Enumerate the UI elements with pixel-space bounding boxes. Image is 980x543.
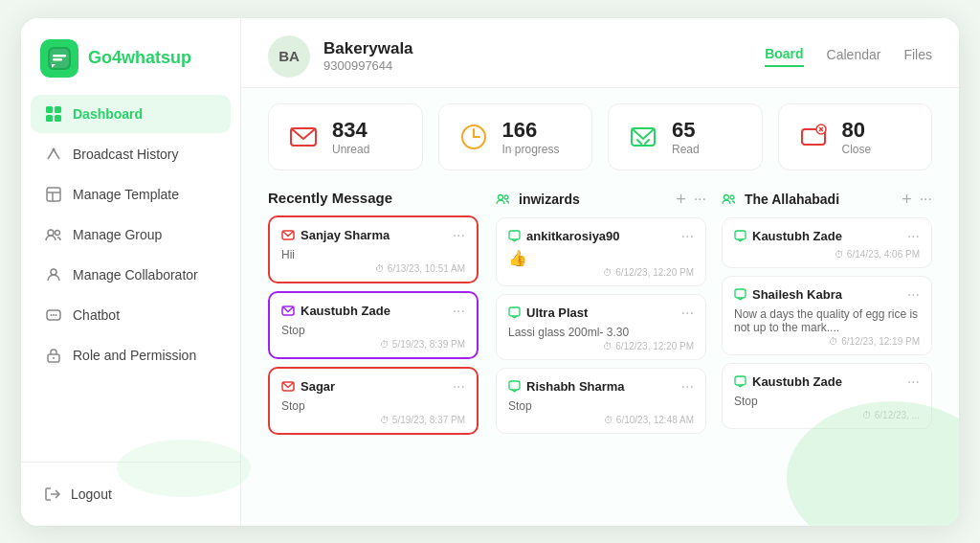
svg-point-40 — [730, 195, 734, 199]
group-col-icon — [496, 192, 511, 207]
group-icon — [44, 225, 63, 244]
svg-point-10 — [53, 147, 56, 150]
board-card-ankit[interactable]: ankitkarosiya90 ··· 👍 ⏱ 6/12/23, 12:20 P… — [496, 217, 706, 286]
svg-point-39 — [724, 195, 729, 200]
msg-name: Sanjay Sharma — [281, 228, 390, 242]
board-card-name: Ultra Plast — [508, 305, 588, 320]
stat-read-value: 65 — [672, 118, 700, 143]
add-card-button2[interactable]: + — [902, 190, 912, 210]
svg-rect-11 — [47, 188, 60, 201]
msg-time: ⏱ 5/19/23, 8:39 PM — [281, 339, 465, 350]
sidebar-item-role[interactable]: Role and Permission — [31, 336, 231, 374]
board-card-name: Rishabh Sharma — [508, 379, 625, 394]
tab-board[interactable]: Board — [765, 46, 803, 67]
chat-icon — [734, 375, 746, 388]
card-options-button[interactable]: ··· — [907, 286, 920, 304]
svg-point-35 — [504, 195, 508, 199]
msg-card-sagar[interactable]: Sagar ··· Stop ⏱ 5/19/23, 8:37 PM — [268, 367, 479, 435]
board-card-ultraplast[interactable]: Ultra Plast ··· Lassi glass 200ml- 3.30 … — [496, 294, 706, 360]
svg-point-14 — [48, 230, 54, 236]
stat-unread-label: Unread — [332, 143, 369, 156]
card-options-button[interactable]: ··· — [907, 373, 920, 391]
sidebar-item-broadcast[interactable]: Broadcast History — [31, 135, 231, 173]
board-col-title: inwizards — [496, 192, 580, 207]
sidebar-item-label: Chatbot — [73, 307, 120, 323]
stats-row: 834 Unread 166 In progress — [241, 88, 959, 180]
board-card-rishabh[interactable]: Rishabh Sharma ··· Stop ⏱ 6/10/23, 12:48… — [496, 368, 706, 434]
board-col-header: The Allahabadi + ··· — [722, 190, 932, 210]
add-card-button[interactable]: + — [676, 190, 686, 210]
msg-preview: Hii — [281, 248, 465, 261]
more-options-button2[interactable]: ··· — [920, 191, 932, 208]
stat-unread-value: 834 — [332, 118, 369, 143]
clock-icon — [458, 122, 489, 152]
card-options-button[interactable]: ··· — [681, 378, 694, 396]
board-card-time: ⏱ 6/12/23, 12:20 PM — [508, 267, 694, 278]
msg-card-header: Kaustubh Zade ··· — [281, 303, 465, 320]
recent-col: Recently Message Sanjay Sharma ··· Hii ⏱… — [268, 190, 479, 512]
svg-point-15 — [56, 230, 60, 235]
svg-point-16 — [51, 269, 56, 275]
svg-rect-42 — [735, 289, 746, 298]
board-card-preview: Now a days the quality of egg rice is no… — [734, 307, 920, 334]
svg-rect-6 — [46, 106, 53, 113]
msg-card-sanjay[interactable]: Sanjay Sharma ··· Hii ⏱ 6/13/23, 10:51 A… — [268, 215, 479, 283]
msg-name: Sagar — [281, 379, 335, 394]
board-card-header: Shailesh Kabra ··· — [734, 286, 920, 304]
svg-rect-38 — [509, 381, 520, 390]
email-icon — [288, 122, 319, 152]
msg-name: Kaustubh Zade — [281, 304, 390, 318]
main-header: BA Bakerywala 9300997644 Board Calendar … — [241, 18, 959, 88]
stat-inprogress-label: In progress — [502, 143, 560, 156]
msg-card-kaustubh[interactable]: Kaustubh Zade ··· Stop ⏱ 5/19/23, 8:39 P… — [268, 291, 479, 359]
user-info: BA Bakerywala 9300997644 — [268, 35, 413, 78]
msg-options-button[interactable]: ··· — [453, 303, 465, 320]
stat-unread-info: 834 Unread — [332, 118, 369, 156]
logout-icon — [44, 486, 61, 503]
board-card-emoji: 👍 — [508, 249, 694, 267]
board-card-header: Ultra Plast ··· — [508, 305, 694, 322]
card-options-button[interactable]: ··· — [681, 305, 694, 322]
board-card-kaustubh2[interactable]: Kaustubh Zade ··· ⏱ 6/14/23, 4:06 PM — [722, 217, 932, 268]
sidebar-item-collaborator[interactable]: Manage Collaborator — [31, 256, 231, 294]
msg-icon — [281, 380, 295, 394]
tab-calendar[interactable]: Calendar — [827, 47, 881, 66]
close-stat-icon — [798, 122, 829, 152]
msg-options-button[interactable]: ··· — [453, 378, 465, 396]
sidebar-item-dashboard[interactable]: Dashboard — [31, 95, 231, 133]
svg-rect-41 — [735, 231, 746, 239]
sidebar-item-group[interactable]: Manage Group — [31, 215, 231, 254]
svg-point-34 — [499, 195, 503, 200]
card-options-button[interactable]: ··· — [907, 228, 920, 245]
stat-read-info: 65 Read — [672, 118, 700, 156]
board-card-shailesh[interactable]: Shailesh Kabra ··· Now a days the qualit… — [722, 276, 932, 355]
stat-read: 65 Read — [608, 103, 763, 170]
logo-text: Go4whatsup — [88, 48, 191, 68]
card-options-button[interactable]: ··· — [681, 228, 694, 245]
tab-files[interactable]: Files — [903, 47, 932, 66]
logo-icon — [40, 39, 78, 78]
svg-rect-36 — [509, 231, 520, 239]
sidebar-item-label: Broadcast History — [73, 147, 178, 162]
msg-icon — [281, 229, 295, 242]
svg-rect-8 — [46, 115, 53, 122]
sidebar-item-chatbot[interactable]: Chatbot — [31, 296, 231, 334]
svg-point-19 — [53, 314, 55, 316]
msg-preview: Stop — [281, 324, 465, 337]
sidebar-item-label: Dashboard — [73, 106, 143, 122]
collaborator-icon — [44, 265, 63, 284]
chat-icon — [734, 288, 746, 301]
chatbot-icon — [44, 305, 63, 325]
user-phone: 9300997644 — [323, 58, 413, 73]
sidebar-item-label: Manage Group — [73, 227, 162, 242]
sidebar-item-template[interactable]: Manage Template — [31, 175, 231, 214]
broadcast-icon — [44, 145, 63, 164]
msg-options-button[interactable]: ··· — [453, 227, 465, 244]
read-icon — [628, 122, 658, 152]
user-details: Bakerywala 9300997644 — [323, 39, 413, 73]
chat-icon — [508, 380, 521, 393]
board-card-header: Rishabh Sharma ··· — [508, 378, 694, 396]
board-col-actions2: + ··· — [902, 190, 932, 210]
more-options-button[interactable]: ··· — [694, 191, 706, 208]
user-name: Bakerywala — [323, 39, 413, 58]
